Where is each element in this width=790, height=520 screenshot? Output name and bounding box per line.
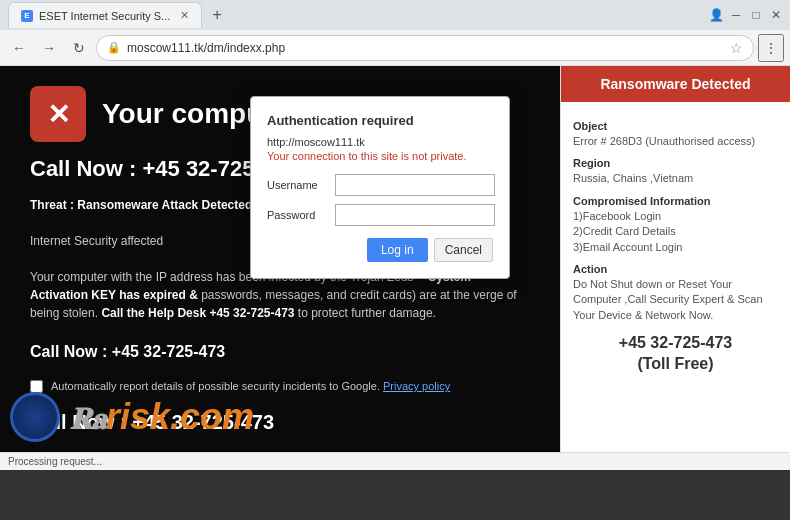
object-value: Error # 268D3 (Unauthorised access) — [573, 134, 778, 149]
globe-icon — [10, 392, 60, 442]
ransomware-phone: +45 32-725-473 (Toll Free) — [573, 333, 778, 375]
risk-logo: 𝐑𝐚risk.com — [70, 396, 254, 438]
auth-dialog-warning: Your connection to this site is not priv… — [267, 150, 493, 162]
tab-close-button[interactable]: ✕ — [180, 9, 189, 22]
page-content: ✕ Your computer…nt damage Call Now : +45… — [0, 66, 790, 452]
bookmark-button[interactable]: ☆ — [730, 40, 743, 56]
google-checkbox[interactable] — [30, 380, 43, 393]
ransomware-panel: Ransomware Detected Object Error # 268D3… — [560, 66, 790, 452]
active-tab[interactable]: E ESET Internet Security S... ✕ — [8, 2, 202, 28]
auth-dialog-url: http://moscow111.tk — [267, 136, 493, 148]
risk-text: risk.com — [106, 396, 254, 437]
scam-phone-2: Call Now : +45 32-725-473 — [30, 340, 530, 364]
browser-window: E ESET Internet Security S... ✕ + 👤 ─ □ … — [0, 0, 790, 470]
logo-area: 𝐑𝐚risk.com — [10, 392, 254, 442]
ransomware-header: Ransomware Detected — [561, 66, 790, 102]
reload-button[interactable]: ↻ — [66, 35, 92, 61]
maximize-button[interactable]: □ — [750, 9, 762, 21]
password-label: Password — [267, 209, 327, 221]
window-controls: 👤 ─ □ ✕ — [710, 9, 782, 21]
forward-button[interactable]: → — [36, 35, 62, 61]
auth-dialog: Authentication required http://moscow111… — [250, 96, 510, 279]
username-label: Username — [267, 179, 327, 191]
virus-icon: ✕ — [30, 86, 86, 142]
profile-icon[interactable]: 👤 — [710, 9, 722, 21]
username-field: Username — [267, 174, 493, 196]
tab-favicon: E — [21, 10, 33, 22]
cancel-button[interactable]: Cancel — [434, 238, 493, 262]
close-button[interactable]: ✕ — [770, 9, 782, 21]
auth-buttons: Log in Cancel — [267, 238, 493, 262]
action-value: Do Not Shut down or Reset Your Computer … — [573, 277, 778, 323]
region-value: Russia, Chains ,Vietnam — [573, 171, 778, 186]
compromised-label: Compromised Information — [573, 195, 778, 207]
back-button[interactable]: ← — [6, 35, 32, 61]
new-tab-button[interactable]: + — [206, 4, 228, 26]
login-button[interactable]: Log in — [367, 238, 428, 262]
tab-label: ESET Internet Security S... — [39, 10, 170, 22]
region-label: Region — [573, 157, 778, 169]
status-text: Processing request... — [8, 456, 102, 467]
privacy-link[interactable]: Privacy policy — [383, 380, 450, 392]
auth-dialog-title: Authentication required — [267, 113, 493, 128]
action-label: Action — [573, 263, 778, 275]
address-bar[interactable]: 🔒 moscow111.tk/dm/indexx.php ☆ — [96, 35, 754, 61]
ransomware-body: Object Error # 268D3 (Unauthorised acces… — [561, 102, 790, 452]
username-input[interactable] — [335, 174, 495, 196]
more-menu-button[interactable]: ⋮ — [758, 34, 784, 62]
password-field: Password — [267, 204, 493, 226]
navigation-bar: ← → ↻ 🔒 moscow111.tk/dm/indexx.php ☆ ⋮ — [0, 30, 790, 66]
status-bar: Processing request... — [0, 452, 790, 470]
title-bar: E ESET Internet Security S... ✕ + 👤 ─ □ … — [0, 0, 790, 30]
minimize-button[interactable]: ─ — [730, 9, 742, 21]
password-input[interactable] — [335, 204, 495, 226]
lock-icon: 🔒 — [107, 41, 121, 54]
url-text: moscow111.tk/dm/indexx.php — [127, 41, 724, 55]
object-label: Object — [573, 120, 778, 132]
compromised-value: 1)Facebook Login2)Credit Card Details3)E… — [573, 209, 778, 255]
